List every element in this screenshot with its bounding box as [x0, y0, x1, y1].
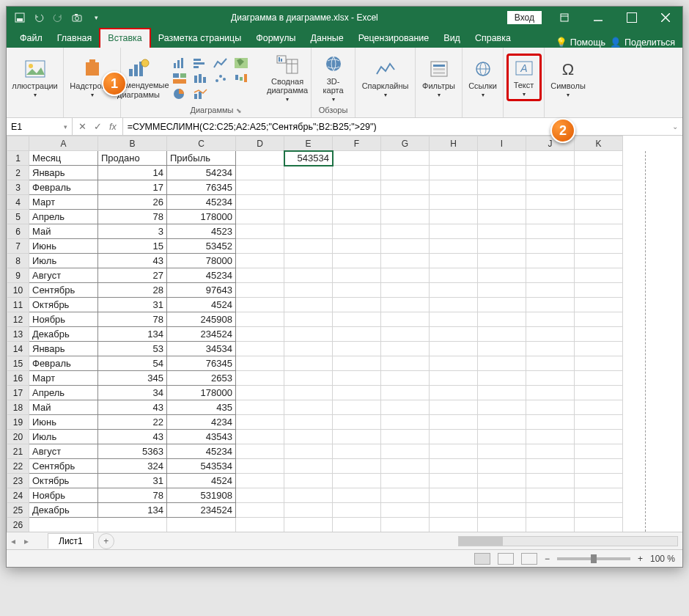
cell[interactable]: 324 — [98, 459, 167, 474]
filters-button[interactable]: Фильтры▾ — [419, 56, 458, 100]
cell[interactable] — [478, 298, 526, 312]
cell[interactable] — [333, 386, 381, 400]
insert-function-icon[interactable]: fx — [109, 122, 117, 132]
cell[interactable] — [381, 474, 430, 488]
undo-icon[interactable] — [33, 12, 45, 23]
cell[interactable] — [526, 239, 575, 254]
row-header[interactable]: 24 — [7, 488, 29, 503]
cell[interactable] — [236, 386, 284, 400]
cell[interactable] — [381, 151, 430, 166]
cell[interactable]: 27 — [98, 268, 167, 283]
cell[interactable]: 134 — [98, 503, 167, 518]
statistic-chart-icon[interactable] — [192, 72, 208, 85]
cell[interactable]: Май — [29, 224, 98, 239]
cell[interactable] — [575, 180, 623, 195]
cell[interactable] — [478, 312, 526, 327]
column-chart-icon[interactable] — [172, 56, 188, 70]
cell[interactable] — [236, 180, 284, 195]
row-header[interactable]: 19 — [7, 415, 29, 430]
close-button[interactable] — [649, 7, 682, 29]
cell[interactable] — [236, 488, 284, 503]
cell[interactable] — [430, 444, 478, 459]
enter-formula-icon[interactable]: ✓ — [94, 121, 102, 132]
cell[interactable] — [430, 298, 478, 312]
cell[interactable] — [236, 298, 284, 312]
cell[interactable] — [333, 518, 381, 532]
row-header[interactable]: 26 — [7, 518, 29, 532]
cell[interactable] — [430, 415, 478, 430]
row-header[interactable]: 23 — [7, 474, 29, 488]
cell[interactable]: 34534 — [167, 342, 236, 356]
cell[interactable]: Продано — [98, 151, 167, 166]
save-icon[interactable] — [14, 12, 26, 23]
cell[interactable] — [381, 488, 430, 503]
cell[interactable] — [430, 312, 478, 327]
cell[interactable]: 43 — [98, 254, 167, 268]
cell[interactable]: Декабрь — [29, 327, 98, 342]
cell[interactable] — [236, 210, 284, 224]
cell[interactable] — [526, 415, 575, 430]
waterfall-chart-icon[interactable] — [233, 72, 249, 85]
cell[interactable] — [575, 268, 623, 283]
column-header[interactable]: H — [430, 136, 478, 151]
cell[interactable]: Октябрь — [29, 298, 98, 312]
cell[interactable] — [430, 166, 478, 180]
cell[interactable] — [575, 210, 623, 224]
cell[interactable]: Декабрь — [29, 503, 98, 518]
cell[interactable] — [167, 518, 236, 532]
cell[interactable]: 34 — [98, 386, 167, 400]
cell[interactable] — [478, 254, 526, 268]
combo-chart-icon[interactable] — [192, 87, 208, 100]
cell[interactable] — [236, 327, 284, 342]
cell[interactable] — [575, 342, 623, 356]
row-header[interactable]: 2 — [7, 166, 29, 180]
cell[interactable] — [430, 283, 478, 298]
cell[interactable] — [478, 180, 526, 195]
cell[interactable] — [236, 503, 284, 518]
cell[interactable] — [98, 518, 167, 532]
tab-formulas[interactable]: Формулы — [248, 29, 303, 48]
cell[interactable]: Июнь — [29, 239, 98, 254]
cell[interactable] — [333, 210, 381, 224]
cell[interactable] — [29, 518, 98, 532]
expand-formula-bar-icon[interactable]: ⌄ — [668, 118, 682, 135]
cell[interactable]: 54 — [98, 356, 167, 371]
cell[interactable] — [284, 166, 333, 180]
hierarchy-chart-icon[interactable] — [172, 72, 188, 85]
cell[interactable]: 45234 — [167, 268, 236, 283]
cell[interactable] — [526, 151, 575, 166]
cell[interactable]: 78 — [98, 312, 167, 327]
pivot-chart-button[interactable]: Сводная диаграмма▾ — [257, 52, 319, 104]
cell[interactable] — [478, 488, 526, 503]
cell[interactable]: 178000 — [167, 386, 236, 400]
add-sheet-button[interactable]: + — [98, 533, 114, 549]
cell[interactable]: 26 — [98, 195, 167, 210]
cell[interactable] — [526, 356, 575, 371]
cell[interactable] — [575, 503, 623, 518]
cell[interactable]: 134 — [98, 327, 167, 342]
cell[interactable] — [575, 327, 623, 342]
scatter-chart-icon[interactable] — [213, 72, 229, 85]
map-chart-icon[interactable] — [233, 56, 249, 70]
cell[interactable] — [526, 518, 575, 532]
cell[interactable] — [526, 459, 575, 474]
cell[interactable] — [284, 239, 333, 254]
cell[interactable] — [381, 518, 430, 532]
cell[interactable] — [430, 518, 478, 532]
cell[interactable]: 435 — [167, 400, 236, 415]
cell[interactable] — [478, 327, 526, 342]
row-header[interactable]: 15 — [7, 356, 29, 371]
cell[interactable] — [236, 195, 284, 210]
cell[interactable] — [575, 488, 623, 503]
namebox-dropdown-icon[interactable]: ▾ — [64, 123, 67, 131]
row-header[interactable]: 14 — [7, 342, 29, 356]
cell[interactable] — [526, 430, 575, 444]
cell[interactable] — [478, 400, 526, 415]
cell[interactable] — [284, 180, 333, 195]
cell[interactable] — [333, 180, 381, 195]
cell[interactable]: 78 — [98, 210, 167, 224]
maximize-button[interactable] — [615, 7, 649, 29]
cell[interactable] — [526, 488, 575, 503]
column-header[interactable]: D — [236, 136, 284, 151]
cell[interactable] — [284, 415, 333, 430]
